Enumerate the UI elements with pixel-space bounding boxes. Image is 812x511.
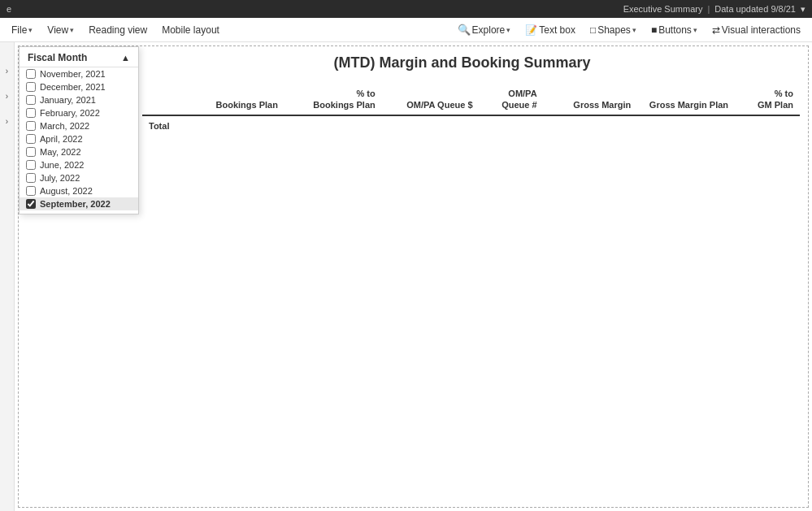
dropdown-item[interactable]: March, 2022: [20, 119, 138, 132]
sidebar-arrow-down[interactable]: ›: [6, 117, 8, 126]
explore-chevron: ▾: [506, 26, 510, 34]
col-header-ompa_queue_dollar: OM/PA Queue $: [382, 84, 480, 115]
menu-bar: File ▾ View ▾ Reading view Mobile layout…: [0, 18, 812, 42]
col-header-pct_bookings_plan: % toBookings Plan: [284, 84, 382, 115]
col-header-ompa_queue_num: OM/PAQueue #: [480, 84, 544, 115]
col-header-gross_margin_plan: Gross Margin Plan: [637, 84, 735, 115]
view-chevron: ▾: [70, 26, 74, 34]
data-table: Bookings Plan% toBookings PlanOM/PA Queu…: [142, 84, 800, 133]
table-footer: Total: [142, 115, 800, 133]
menu-buttons[interactable]: ■ Buttons ▾: [645, 21, 704, 39]
dropdown-item[interactable]: December, 2021: [20, 80, 138, 93]
file-chevron: ▾: [28, 26, 33, 34]
dropdown-item[interactable]: January, 2021: [20, 93, 138, 106]
menu-visual-interactions[interactable]: ⇄ Visual interactions: [706, 21, 807, 39]
fiscal-dropdown-list: November, 2021December, 2021January, 202…: [20, 67, 138, 210]
dropdown-item[interactable]: June, 2022: [20, 158, 138, 171]
fiscal-dropdown-header: Fiscal Month ▲: [20, 47, 138, 67]
total-gm-plan: [637, 115, 735, 133]
main-area: › › › Fiscal Month ▲ November, 2021Decem…: [0, 42, 812, 511]
report-title: (MTD) Margin and Booking Summary: [116, 54, 808, 71]
col-header-bookings_plan: Bookings Plan: [187, 84, 284, 115]
report-card: Fiscal Month ▲ November, 2021December, 2…: [18, 45, 809, 508]
shapes-chevron: ▾: [632, 26, 636, 34]
buttons-chevron: ▾: [693, 26, 697, 34]
sidebar-arrow-up[interactable]: ›: [6, 67, 8, 76]
fiscal-dropdown-title: Fiscal Month: [28, 52, 87, 63]
interactions-icon: ⇄: [712, 24, 720, 36]
dropdown-item[interactable]: September, 2022: [20, 197, 138, 210]
menu-view[interactable]: View ▾: [41, 21, 80, 39]
explore-icon: 🔍: [458, 24, 471, 36]
dropdown-item[interactable]: February, 2022: [20, 106, 138, 119]
total-pct-gm: [735, 115, 800, 133]
dropdown-item[interactable]: July, 2022: [20, 171, 138, 184]
textbox-icon: 📝: [525, 24, 537, 36]
separator: |: [707, 4, 710, 14]
col-header-pct_gm_plan: % toGM Plan: [735, 84, 800, 115]
total-pct-bookings: [284, 115, 382, 133]
fiscal-dropdown-collapse[interactable]: ▲: [121, 53, 130, 63]
content-area: Fiscal Month ▲ November, 2021December, 2…: [15, 42, 812, 511]
table-container: Bookings Plan% toBookings PlanOM/PA Queu…: [142, 84, 800, 133]
shapes-icon: □: [590, 24, 596, 36]
menu-reading-view[interactable]: Reading view: [82, 21, 154, 39]
dropdown-item[interactable]: August, 2022: [20, 184, 138, 197]
menu-explore[interactable]: 🔍 Explore ▾: [451, 20, 518, 39]
menu-textbox[interactable]: 📝 Text box: [519, 21, 582, 39]
menu-shapes[interactable]: □ Shapes ▾: [584, 21, 643, 39]
table-header: Bookings Plan% toBookings PlanOM/PA Queu…: [142, 84, 800, 115]
buttons-icon: ■: [651, 24, 657, 36]
sidebar-arrow-mid[interactable]: ›: [6, 92, 8, 101]
title-bar-right: Executive Summary | Data updated 9/8/21 …: [623, 4, 805, 15]
col-header-gross_margin: Gross Margin: [544, 84, 638, 115]
total-gross-margin: [544, 115, 638, 133]
fiscal-dropdown[interactable]: Fiscal Month ▲ November, 2021December, 2…: [19, 46, 139, 214]
menu-mobile-layout[interactable]: Mobile layout: [155, 21, 226, 39]
data-updated: Data updated 9/8/21: [714, 4, 796, 14]
title-bar: e Executive Summary | Data updated 9/8/2…: [0, 0, 812, 18]
app-name: e: [7, 4, 11, 14]
col-header-label: [142, 84, 187, 115]
sidebar-panel: › › ›: [0, 42, 15, 511]
total-label: Total: [142, 115, 187, 133]
total-ompa-dollar: [382, 115, 480, 133]
total-bookings-plan: [187, 115, 284, 133]
menu-right-items: 🔍 Explore ▾ 📝 Text box □ Shapes ▾ ■ Butt…: [451, 20, 807, 39]
dropdown-item[interactable]: May, 2022: [20, 145, 138, 158]
header-row: Bookings Plan% toBookings PlanOM/PA Queu…: [142, 84, 800, 115]
data-updated-chevron[interactable]: ▾: [801, 4, 805, 15]
dropdown-item[interactable]: April, 2022: [20, 132, 138, 145]
menu-file[interactable]: File ▾: [5, 21, 39, 39]
total-row: Total: [142, 115, 800, 133]
total-ompa-num: [480, 115, 544, 133]
report-name: Executive Summary: [623, 4, 703, 14]
dropdown-item[interactable]: November, 2021: [20, 67, 138, 80]
